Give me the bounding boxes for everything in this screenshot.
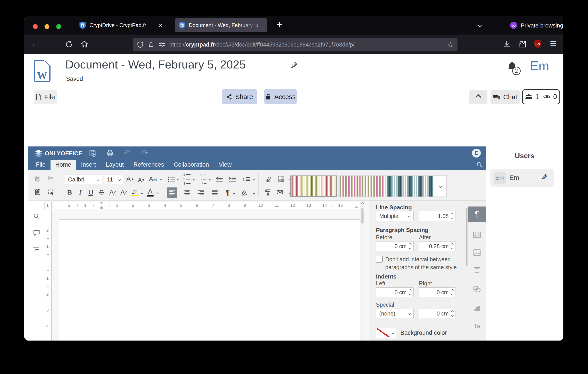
numbered-list-button[interactable]: 123 [182, 174, 192, 184]
mail-merge-button[interactable]: ✉ [275, 187, 285, 198]
lock-icon[interactable] [148, 41, 154, 48]
collapse-toolbar-button[interactable] [469, 90, 487, 104]
back-button[interactable]: ← [32, 39, 40, 48]
menu-file[interactable]: File [31, 160, 51, 170]
panel-scroll-thumb[interactable] [466, 208, 467, 266]
hanging-indent-marker[interactable] [100, 206, 103, 208]
style-preview-normal[interactable] [290, 176, 337, 197]
menu-layout[interactable]: Layout [101, 160, 128, 170]
style-preview-no-spacing[interactable] [338, 176, 386, 197]
close-window-button[interactable] [33, 24, 38, 29]
numbered-list-chevron-icon[interactable] [193, 178, 196, 181]
first-line-indent-marker[interactable] [100, 202, 103, 204]
tab-close-icon[interactable]: × [159, 22, 163, 29]
save-icon[interactable] [89, 149, 96, 157]
bullet-list-button[interactable] [167, 174, 176, 184]
minimize-window-button[interactable] [44, 24, 49, 29]
downloads-button[interactable] [503, 40, 511, 49]
navigation-headings-icon[interactable] [33, 248, 39, 251]
shading-chevron-icon[interactable] [252, 191, 255, 194]
highlight-color-button[interactable] [130, 187, 140, 197]
cut-button[interactable]: ✂ [47, 174, 55, 183]
change-case-chevron-icon[interactable] [159, 178, 162, 181]
align-left-button[interactable] [167, 187, 177, 198]
document-title[interactable]: Document - Wed, February 5, 2025 [65, 58, 246, 71]
reload-button[interactable] [65, 40, 73, 49]
search-icon[interactable] [476, 162, 483, 168]
spinner[interactable] [451, 311, 453, 316]
document-page[interactable] [59, 219, 364, 341]
spinner[interactable] [451, 243, 453, 249]
spinner[interactable] [451, 289, 453, 295]
chat-button[interactable]: Chat [491, 90, 520, 104]
home-button[interactable] [80, 40, 89, 49]
line-spacing-chevron-icon[interactable] [252, 178, 255, 181]
line-spacing-mode-select[interactable]: Multiple [376, 211, 414, 221]
editor-user-avatar[interactable]: E [472, 149, 481, 157]
align-center-button[interactable] [182, 187, 192, 198]
table-settings-tab[interactable] [468, 227, 486, 243]
copy-button[interactable] [33, 174, 42, 183]
font-name-select[interactable]: Calibri [65, 175, 102, 184]
comments-icon[interactable] [33, 230, 40, 236]
indent-right-input[interactable]: 0 cm [419, 287, 456, 297]
bold-button[interactable]: B [65, 187, 74, 197]
increase-font-button[interactable]: A▲ [126, 174, 135, 184]
font-color-chevron-icon[interactable] [156, 191, 159, 194]
menu-insert[interactable]: Insert [76, 160, 101, 170]
superscript-button[interactable]: A2 [108, 187, 117, 197]
list-tabs-chevron-icon[interactable] [478, 23, 482, 28]
text-art-settings-tab[interactable]: Ta [468, 318, 486, 334]
font-size-select[interactable]: 11 [104, 175, 123, 184]
print-icon[interactable] [106, 149, 114, 157]
horizontal-ruler[interactable]: 21123456789101112131415 [53, 202, 365, 209]
indent-left-input[interactable]: 0 cm [376, 287, 414, 297]
table-shading-button[interactable] [276, 174, 286, 184]
interval-checkbox[interactable] [376, 256, 383, 262]
decrease-font-button[interactable]: A▼ [136, 175, 146, 185]
underline-button[interactable]: U [86, 187, 95, 197]
style-preview-heading[interactable] [387, 176, 434, 197]
bullet-list-chevron-icon[interactable] [177, 178, 180, 181]
spacing-after-input[interactable]: 0.28 cm [419, 241, 456, 251]
nonprinting-characters-button[interactable]: ¶ [223, 187, 232, 198]
font-color-button[interactable]: A [145, 187, 155, 197]
spinner[interactable] [451, 213, 453, 219]
increase-indent-button[interactable] [227, 174, 238, 184]
extensions-puzzle-button[interactable] [518, 40, 527, 49]
vertical-scrollbar[interactable] [360, 200, 365, 341]
decrease-indent-button[interactable] [214, 174, 224, 184]
spinner[interactable] [409, 289, 411, 295]
align-right-button[interactable] [196, 187, 206, 198]
paragraph-settings-tab[interactable]: ¶ [468, 207, 486, 222]
left-indent-marker[interactable] [100, 208, 103, 209]
copy-style-button[interactable] [263, 187, 273, 198]
file-button[interactable]: File [34, 90, 57, 104]
user-avatar-text[interactable]: Em [530, 58, 549, 73]
mail-merge-settings-tab[interactable]: ✉ [468, 335, 486, 341]
user-card[interactable]: Em Em ✎ [490, 169, 554, 187]
menu-references[interactable]: References [128, 160, 169, 170]
tab-document-active[interactable]: Document - Wed, February 5, 2 × [175, 18, 267, 32]
vertical-ruler[interactable]: 21123456 [44, 210, 52, 341]
menu-view[interactable]: View [214, 160, 236, 170]
vertical-scroll-thumb[interactable] [361, 208, 364, 224]
special-select[interactable]: (none) [376, 309, 414, 318]
new-tab-button[interactable]: + [277, 20, 282, 30]
edit-user-pencil-icon[interactable]: ✎ [541, 173, 548, 181]
multilevel-list-chevron-icon[interactable] [209, 178, 211, 181]
tab-cryptdrive[interactable]: CryptDrive - CryptPad.fr × [79, 18, 163, 32]
ublock-origin-icon[interactable]: uO [534, 40, 541, 48]
menu-home[interactable]: Home [51, 160, 76, 170]
menu-collaboration[interactable]: Collaboration [169, 160, 214, 170]
styles-gallery-expand-button[interactable] [434, 176, 447, 197]
change-case-button[interactable]: Aa [147, 174, 159, 184]
interval-checkbox-label[interactable]: Don't add interval between paragraphs of… [385, 255, 457, 271]
menu-button[interactable]: ☰ [550, 40, 556, 48]
tracking-protection-shield-icon[interactable] [137, 41, 144, 48]
scroll-up-icon[interactable] [361, 202, 365, 206]
nonprinting-chevron-icon[interactable] [233, 191, 235, 194]
clear-style-button[interactable] [263, 174, 273, 184]
image-settings-tab[interactable] [468, 245, 486, 260]
redo-icon[interactable]: ↷ [142, 148, 148, 157]
